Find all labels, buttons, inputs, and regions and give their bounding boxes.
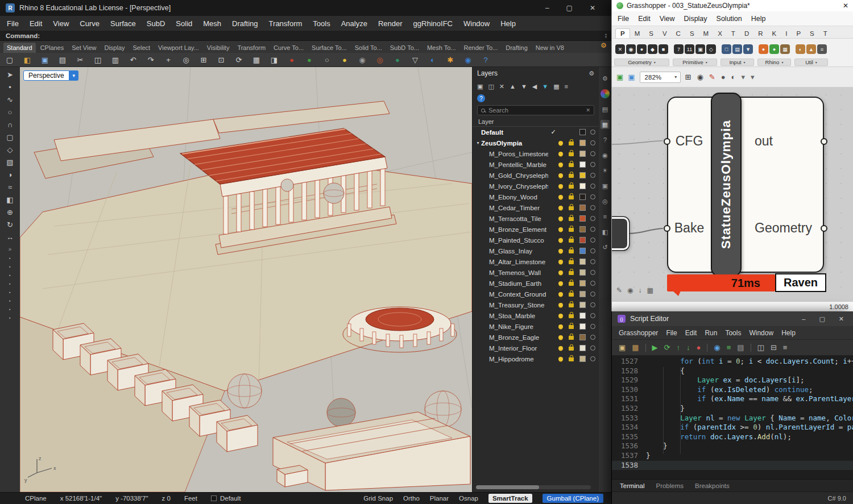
layer-visibility-bulb-icon[interactable] <box>558 249 563 253</box>
viewport-menu-arrow-icon[interactable]: ▾ <box>69 70 78 81</box>
layer-color-swatch[interactable] <box>579 226 586 232</box>
redo-icon[interactable]: ↷ <box>146 56 156 64</box>
layer-lock-icon[interactable] <box>569 357 574 361</box>
gh-group-label-rhino[interactable]: Rhino▾ <box>757 59 791 66</box>
layer-row-m-bronze-element[interactable]: M_Bronze_Element <box>473 224 599 235</box>
layer-material-icon[interactable] <box>590 173 595 178</box>
panel-tab-materials[interactable]: ◉ <box>601 151 610 160</box>
filter-icon[interactable]: ▼ <box>542 83 548 90</box>
primitive-icon-1[interactable]: 11 <box>685 44 694 54</box>
se-menu-edit[interactable]: Edit <box>685 329 697 337</box>
gh-input-grip-cfg[interactable] <box>664 138 670 145</box>
toolbar-tab-mesh-to[interactable]: Mesh To... <box>424 43 459 53</box>
zoom-combobox[interactable]: 282% ▼ <box>640 72 681 83</box>
panel-tab-gear[interactable]: ⚙ <box>601 74 610 83</box>
preview-wireframe-icon[interactable]: ◐ <box>731 73 736 81</box>
layer-row-m-stoa-marble[interactable]: M_Stoa_Marble <box>473 310 599 321</box>
layer-lock-icon[interactable] <box>569 195 574 199</box>
layer-material-icon[interactable] <box>590 151 595 156</box>
menu-transform[interactable]: Transform <box>269 19 303 28</box>
gh-menu-edit[interactable]: Edit <box>638 15 651 23</box>
collapse-icon[interactable]: ◀ <box>532 83 537 90</box>
layer-color-swatch[interactable] <box>579 248 586 254</box>
layer-color-swatch[interactable] <box>579 334 586 340</box>
se-menu-grasshopper[interactable]: Grasshopper <box>619 329 658 337</box>
tool-slot-5-icon[interactable]: ▪ <box>9 290 11 295</box>
save-script-icon[interactable]: ▣ <box>619 343 626 352</box>
layer-row-default[interactable]: Default✓ <box>473 127 599 138</box>
sphere-icon[interactable]: ◑ <box>8 170 13 179</box>
minimize-button[interactable]: – <box>545 4 549 12</box>
se-tab-breakpoints[interactable]: Breakpoints <box>695 482 730 489</box>
preview-shaded-icon[interactable]: ● <box>721 73 726 81</box>
scale-icon[interactable]: ↔ <box>6 233 14 241</box>
gh-canvas[interactable]: CFGBake StatueZeusOlympia outGeometry 71… <box>612 88 853 301</box>
menu-view[interactable]: View <box>53 19 69 28</box>
command-bar[interactable]: Command: ▴▾ <box>0 31 611 41</box>
options-gear-icon[interactable]: ✱ <box>445 56 456 64</box>
layer-visibility-bulb-icon[interactable] <box>558 292 563 297</box>
gh-category-tab-2[interactable]: S <box>644 29 658 38</box>
viewport-layout-icon[interactable]: ▦ <box>251 56 262 64</box>
layer-row-m-gold-chryselepha[interactable]: M_Gold_Chryselepha <box>473 170 599 181</box>
layer-search-input[interactable]: Search ✕ <box>477 105 594 115</box>
dropdown-b-icon[interactable]: ▾ <box>751 73 755 81</box>
se-menu-window[interactable]: Window <box>749 329 773 337</box>
gumball-toggle-icon[interactable]: ◐ <box>428 56 438 64</box>
status-y[interactable]: y -70338'7" <box>115 495 148 502</box>
delete-layer-icon[interactable]: ✕ <box>499 83 504 90</box>
layer-visibility-bulb-icon[interactable] <box>558 335 563 340</box>
se-maximize-button[interactable]: ▢ <box>819 315 825 323</box>
toolbar-tab-curve-to[interactable]: Curve To... <box>270 43 307 53</box>
code-line-1537[interactable]: 1537} <box>612 451 853 461</box>
toolbar-tab-subd-to[interactable]: SubD To... <box>387 43 423 53</box>
se-menu-file[interactable]: File <box>666 329 677 337</box>
layer-row-m-pentellic-marble[interactable]: M_Pentellic_Marble <box>473 159 599 170</box>
panel-tab-help[interactable]: ? <box>601 135 610 144</box>
layer-row-m-altar-limestone[interactable]: M_Altar_Limestone <box>473 256 599 267</box>
lock-icon[interactable]: ◉ <box>357 56 367 64</box>
layer-color-swatch[interactable] <box>579 183 586 189</box>
new-layer-icon[interactable]: ▣ <box>477 83 483 90</box>
scrollbar-thumb[interactable] <box>476 485 539 489</box>
panel-tab-display[interactable] <box>601 89 610 98</box>
push-changes-icon[interactable]: ↑ <box>677 343 681 352</box>
tool-slot-7-icon[interactable]: ▪ <box>9 307 11 312</box>
gh-input-bake[interactable]: Bake <box>674 220 704 236</box>
wireframe-view-icon[interactable]: ○ <box>322 56 332 64</box>
layer-row-m-terracotta-tile[interactable]: M_Terracotta_Tile <box>473 213 599 224</box>
toolbar-tab-set-view[interactable]: Set View <box>68 43 100 53</box>
gh-group-label-util[interactable]: Util▾ <box>794 59 828 66</box>
se-menu-run[interactable]: Run <box>705 329 717 337</box>
gh-category-tab-4[interactable]: C <box>672 29 685 38</box>
viewport[interactable]: x z y Perspective ▾ <box>20 67 472 492</box>
gh-output-grip-geometry[interactable] <box>821 225 827 232</box>
panel-tab-properties[interactable]: ▤ <box>601 105 610 114</box>
layer-material-icon[interactable] <box>590 216 595 221</box>
input-icon-2[interactable]: ▼ <box>743 44 753 54</box>
gh-menu-file[interactable]: File <box>618 15 629 23</box>
layer-row-m-temenos-wall[interactable]: M_Temenos_Wall <box>473 267 599 278</box>
toolbar-tab-display[interactable]: Display <box>101 43 128 53</box>
gh-group-label-input[interactable]: Input▾ <box>721 59 754 66</box>
gh-category-tab-9[interactable]: D <box>740 29 753 38</box>
layer-material-icon[interactable] <box>590 162 595 167</box>
layer-material-icon[interactable] <box>590 205 595 210</box>
code-line-1527[interactable]: 1527for (int i = 0; i < doc.Layers.Count… <box>612 357 853 366</box>
gh-category-tab-15[interactable]: T <box>819 29 832 38</box>
layer-row-zeusolympia[interactable]: ▾ZeusOlympia <box>473 138 599 148</box>
new-sublayer-icon[interactable]: ◫ <box>488 83 494 90</box>
menu-surface[interactable]: Surface <box>110 19 136 28</box>
panel-tab-history[interactable]: ↺ <box>601 243 610 252</box>
arc-icon[interactable]: ∩ <box>7 120 13 129</box>
layer-row-m-painted-stucco[interactable]: M_Painted_Stucco <box>473 235 599 245</box>
layer-lock-icon[interactable] <box>569 314 574 318</box>
surface-icon[interactable]: ◧ <box>6 195 13 204</box>
status-layer-chip[interactable]: Default <box>211 495 241 502</box>
layer-row-m-stadium-earth[interactable]: M_Stadium_Earth <box>473 278 599 289</box>
gallery-icon[interactable]: ▦ <box>647 286 653 294</box>
layer-color-swatch[interactable] <box>579 291 586 297</box>
layer-visibility-bulb-icon[interactable] <box>558 346 563 351</box>
gh-menu-display[interactable]: Display <box>684 15 707 23</box>
zoom-dropdown-icon[interactable]: ▼ <box>674 75 678 79</box>
